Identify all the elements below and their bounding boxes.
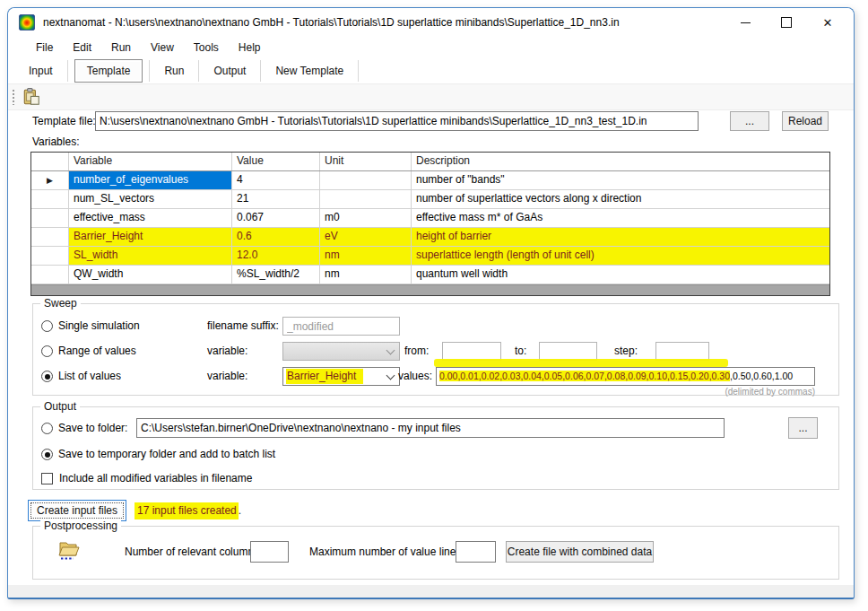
values-input[interactable]: 0.00,0.01,0.02,0.03,0.04,0.05,0.06,0.07,…	[436, 367, 815, 386]
menu-tools[interactable]: Tools	[184, 37, 229, 58]
menubar: File Edit Run View Tools Help	[8, 37, 854, 58]
header-value: Value	[232, 153, 320, 170]
cell-value[interactable]: 0.6	[232, 228, 320, 246]
combine-data-button[interactable]: Create file with combined data	[506, 541, 654, 563]
cell-value[interactable]: %SL_width/2	[232, 266, 320, 284]
menu-help[interactable]: Help	[229, 37, 271, 58]
list-variable-label: variable:	[207, 367, 247, 386]
template-file-label: Template file:	[32, 112, 96, 131]
cell-unit[interactable]: nm	[320, 266, 412, 284]
close-button[interactable]: ✕	[807, 8, 848, 37]
tab-output[interactable]: Output	[202, 60, 257, 82]
postprocessing-group: Postprocessing Number of relevant column…	[32, 526, 839, 580]
cell-description[interactable]: superlattice length (length of unit cell…	[412, 247, 829, 265]
create-input-files-button[interactable]: Create input files	[28, 500, 126, 521]
header-unit: Unit	[320, 153, 412, 170]
tab-input[interactable]: Input	[17, 60, 65, 82]
range-variable-dropdown[interactable]	[282, 342, 400, 361]
cell-value[interactable]: 0.067	[232, 209, 320, 227]
filename-suffix-input[interactable]	[282, 317, 400, 336]
cell-unit[interactable]: nm	[320, 247, 412, 265]
toolbar	[8, 83, 854, 110]
cell-variable[interactable]: effective_mass	[69, 209, 232, 227]
paste-icon[interactable]	[22, 87, 41, 107]
cell-description[interactable]: height of barrier	[412, 228, 829, 246]
row-selector[interactable]	[31, 247, 69, 265]
value-lines-label: Maximum number of value lines:	[309, 541, 464, 563]
tab-run[interactable]: Run	[152, 60, 195, 82]
table-row: num_SL_vectors 21 number of superlattice…	[31, 190, 829, 209]
cell-unit[interactable]: m0	[320, 209, 412, 227]
open-folder-icon[interactable]	[57, 539, 81, 561]
tab-separator	[260, 60, 261, 82]
cell-value[interactable]: 21	[232, 190, 320, 208]
list-variable-dropdown[interactable]: Barrier_Height	[282, 367, 400, 386]
range-of-values-radio[interactable]	[41, 345, 53, 357]
row-selector[interactable]	[31, 228, 69, 246]
cell-description[interactable]: effective mass m* of GaAs	[412, 209, 829, 227]
output-group-title: Output	[40, 400, 80, 414]
row-selector[interactable]	[31, 190, 69, 208]
row-selector[interactable]	[31, 209, 69, 227]
save-folder-input[interactable]	[136, 418, 725, 438]
tab-separator	[67, 60, 68, 82]
include-variables-checkbox[interactable]	[41, 473, 53, 484]
relevant-column-input[interactable]	[250, 541, 289, 563]
row-selector-arrow-icon[interactable]: ▶	[31, 171, 69, 189]
minimize-icon	[741, 22, 751, 23]
header-selector	[31, 153, 69, 170]
step-input[interactable]	[655, 342, 709, 361]
cell-variable[interactable]: QW_width	[69, 266, 232, 284]
postprocessing-group-title: Postprocessing	[40, 519, 121, 533]
cell-unit[interactable]	[320, 171, 412, 189]
chevron-down-icon	[386, 346, 395, 355]
header-variable: Variable	[69, 153, 232, 170]
save-to-temp-radio[interactable]	[41, 449, 53, 460]
table-header-row: Variable Value Unit Description	[31, 153, 829, 171]
cell-variable[interactable]: Barrier_Height	[69, 228, 232, 246]
cell-description[interactable]: number of superlattice vectors along x d…	[412, 190, 829, 208]
menu-run[interactable]: Run	[101, 37, 141, 58]
cell-variable[interactable]: SL_width	[69, 247, 232, 265]
single-simulation-radio[interactable]	[41, 320, 53, 332]
cell-value[interactable]: 4	[232, 171, 320, 189]
minimize-button[interactable]	[725, 8, 766, 37]
to-input[interactable]	[539, 342, 597, 361]
output-browse-button[interactable]: ...	[788, 417, 818, 439]
marker-highlight	[434, 359, 728, 367]
menu-edit[interactable]: Edit	[63, 37, 101, 58]
tab-template[interactable]: Template	[74, 59, 143, 83]
values-highlighted: 0.00,0.01,0.02,0.03,0.04,0.05,0.06,0.07,…	[439, 371, 730, 381]
values-label: values:	[398, 367, 432, 386]
app-icon[interactable]	[19, 14, 35, 31]
titlebar: nextnanomat - N:\users\nextnano\nextnano…	[8, 8, 854, 37]
tab-new-template[interactable]: New Template	[264, 60, 355, 82]
cell-variable[interactable]: num_SL_vectors	[69, 190, 232, 208]
from-input[interactable]	[442, 342, 501, 361]
row-selector[interactable]	[31, 266, 69, 284]
cell-unit[interactable]	[320, 190, 412, 208]
cell-description[interactable]: quantum well width	[412, 266, 829, 284]
range-variable-label: variable:	[207, 342, 247, 361]
template-file-input[interactable]	[95, 111, 699, 131]
table-row: ▶ number_of_eigenvalues 4 number of "ban…	[31, 171, 829, 190]
variables-table: Variable Value Unit Description ▶ number…	[30, 152, 830, 296]
menu-view[interactable]: View	[141, 37, 184, 58]
template-browse-button[interactable]: ...	[730, 111, 769, 131]
maximize-button[interactable]	[766, 8, 807, 37]
save-to-folder-radio[interactable]	[41, 423, 53, 434]
cell-unit[interactable]: eV	[320, 228, 412, 246]
step-label: step:	[614, 342, 638, 361]
table-horizontal-scrollbar[interactable]	[31, 284, 829, 295]
tab-separator	[198, 60, 199, 82]
list-of-values-radio[interactable]	[41, 371, 53, 382]
reload-button[interactable]: Reload	[782, 111, 829, 131]
value-lines-input[interactable]	[456, 541, 496, 563]
cell-variable[interactable]: number_of_eigenvalues	[69, 171, 232, 189]
cell-description[interactable]: number of "bands"	[412, 171, 829, 189]
from-label: from:	[404, 342, 429, 361]
menu-file[interactable]: File	[26, 37, 63, 58]
status-text: 17 input files created.	[135, 502, 241, 519]
cell-value[interactable]: 12.0	[232, 247, 320, 265]
include-variables-label: Include all modified variables in filena…	[59, 469, 252, 488]
